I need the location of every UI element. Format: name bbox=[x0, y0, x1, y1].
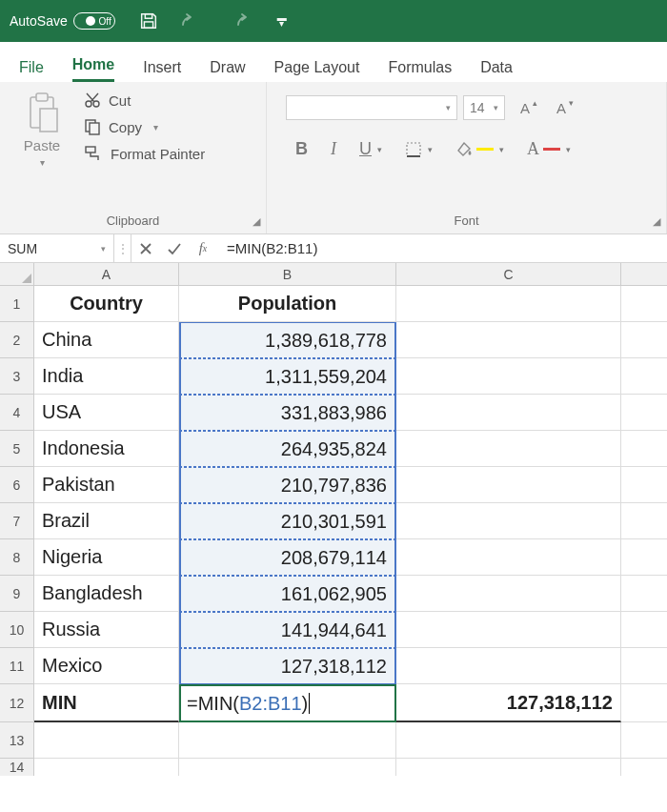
redo-icon[interactable] bbox=[230, 11, 254, 30]
cell[interactable]: 161,062,905 bbox=[179, 576, 396, 612]
row-header[interactable]: 12 bbox=[0, 684, 34, 722]
cell[interactable] bbox=[396, 759, 621, 776]
cell[interactable] bbox=[621, 431, 667, 467]
spreadsheet-grid[interactable]: A B C 1 Country Population 2 China 1,389… bbox=[0, 263, 667, 776]
col-header-D[interactable] bbox=[621, 263, 667, 286]
underline-button[interactable]: U▾ bbox=[359, 139, 382, 159]
cell[interactable]: 127,318,112 bbox=[179, 648, 396, 684]
cell[interactable] bbox=[621, 395, 667, 431]
cell[interactable]: Brazil bbox=[34, 503, 179, 539]
row-header[interactable]: 5 bbox=[0, 431, 34, 467]
row-header[interactable]: 11 bbox=[0, 648, 34, 684]
paste-button[interactable]: Paste ▾ bbox=[11, 91, 72, 168]
format-painter-button[interactable]: Format Painter bbox=[84, 145, 205, 162]
tab-home[interactable]: Home bbox=[72, 56, 114, 82]
row-header[interactable]: 1 bbox=[0, 286, 34, 322]
bold-button[interactable]: B bbox=[295, 139, 308, 159]
font-color-button[interactable]: A ▾ bbox=[527, 139, 571, 159]
cell[interactable] bbox=[396, 576, 621, 612]
row-header[interactable]: 9 bbox=[0, 576, 34, 612]
row-header[interactable]: 6 bbox=[0, 467, 34, 503]
cell[interactable] bbox=[621, 722, 667, 759]
tab-page-layout[interactable]: Page Layout bbox=[274, 59, 360, 82]
col-header-C[interactable]: C bbox=[396, 263, 621, 286]
cell[interactable] bbox=[396, 431, 621, 467]
cell[interactable] bbox=[396, 322, 621, 358]
autosave-switch[interactable]: Off bbox=[73, 12, 115, 30]
border-button[interactable]: ▾ bbox=[405, 141, 433, 158]
row-header[interactable]: 10 bbox=[0, 612, 34, 648]
col-header-A[interactable]: A bbox=[34, 263, 179, 286]
autosave-toggle[interactable]: AutoSave Off bbox=[10, 12, 115, 30]
cut-button[interactable]: Cut bbox=[84, 91, 205, 109]
cell[interactable] bbox=[34, 722, 179, 759]
cell[interactable] bbox=[179, 722, 396, 759]
cell[interactable]: 141,944,641 bbox=[179, 612, 396, 648]
cell[interactable] bbox=[396, 612, 621, 648]
cell[interactable] bbox=[34, 759, 179, 776]
cell[interactable]: Russia bbox=[34, 612, 179, 648]
cell[interactable] bbox=[621, 684, 667, 722]
cell[interactable]: Population bbox=[179, 286, 396, 322]
row-header[interactable]: 4 bbox=[0, 395, 34, 431]
cell[interactable] bbox=[396, 539, 621, 576]
cell[interactable] bbox=[396, 648, 621, 684]
cell[interactable]: Indonesia bbox=[34, 431, 179, 467]
cell[interactable] bbox=[396, 358, 621, 395]
cell[interactable]: Bangladesh bbox=[34, 576, 179, 612]
cancel-formula-button[interactable] bbox=[131, 234, 160, 262]
font-name-select[interactable]: ▾ bbox=[286, 95, 457, 120]
cell[interactable] bbox=[621, 539, 667, 576]
cell[interactable] bbox=[621, 358, 667, 395]
cell[interactable] bbox=[621, 648, 667, 684]
tab-data[interactable]: Data bbox=[480, 59, 513, 82]
namebox-resize[interactable]: ⋮ bbox=[114, 234, 131, 262]
cell[interactable]: 264,935,824 bbox=[179, 431, 396, 467]
cell[interactable] bbox=[621, 576, 667, 612]
cell[interactable]: China bbox=[34, 322, 179, 358]
cell[interactable]: Country bbox=[34, 286, 179, 322]
cell[interactable] bbox=[621, 467, 667, 503]
save-icon[interactable] bbox=[138, 10, 159, 31]
name-box[interactable]: SUM▾ bbox=[0, 234, 114, 262]
cell[interactable]: Pakistan bbox=[34, 467, 179, 503]
cell[interactable] bbox=[179, 759, 396, 776]
tab-insert[interactable]: Insert bbox=[143, 59, 181, 82]
col-header-B[interactable]: B bbox=[179, 263, 396, 286]
increase-font-button[interactable]: A▴ bbox=[520, 100, 530, 116]
fx-icon[interactable]: fx bbox=[189, 234, 217, 262]
tab-file[interactable]: File bbox=[19, 59, 44, 82]
cell[interactable] bbox=[396, 286, 621, 322]
cell[interactable]: 1,311,559,204 bbox=[179, 358, 396, 395]
cell[interactable] bbox=[396, 395, 621, 431]
row-header[interactable]: 2 bbox=[0, 322, 34, 358]
cell[interactable]: 208,679,114 bbox=[179, 539, 396, 576]
copy-button[interactable]: Copy ▾ bbox=[84, 118, 205, 135]
cell[interactable] bbox=[621, 612, 667, 648]
cell[interactable]: 210,797,836 bbox=[179, 467, 396, 503]
qat-customize-icon[interactable]: ▬▾ bbox=[277, 15, 287, 27]
dialog-launcher-icon[interactable]: ◢ bbox=[653, 215, 660, 228]
cell[interactable] bbox=[396, 467, 621, 503]
row-header[interactable]: 14 bbox=[0, 759, 34, 776]
cell[interactable]: 1,389,618,778 bbox=[179, 322, 396, 358]
cell[interactable] bbox=[621, 759, 667, 776]
cell[interactable] bbox=[621, 286, 667, 322]
cell[interactable]: 210,301,591 bbox=[179, 503, 396, 539]
row-header[interactable]: 7 bbox=[0, 503, 34, 539]
font-size-select[interactable]: 14▾ bbox=[463, 95, 505, 120]
row-header[interactable]: 13 bbox=[0, 722, 34, 759]
cell[interactable]: 127,318,112 bbox=[396, 684, 621, 722]
dialog-launcher-icon[interactable]: ◢ bbox=[253, 215, 260, 228]
tab-draw[interactable]: Draw bbox=[210, 59, 245, 82]
fill-color-button[interactable]: ▾ bbox=[455, 141, 504, 158]
cell[interactable]: USA bbox=[34, 395, 179, 431]
cell[interactable]: Nigeria bbox=[34, 539, 179, 576]
cell[interactable]: India bbox=[34, 358, 179, 395]
cell[interactable] bbox=[396, 503, 621, 539]
row-header[interactable]: 8 bbox=[0, 539, 34, 576]
cell[interactable] bbox=[621, 322, 667, 358]
tab-formulas[interactable]: Formulas bbox=[388, 59, 452, 82]
formula-input[interactable]: =MIN(B2:B11) bbox=[217, 234, 667, 262]
cell[interactable]: MIN bbox=[34, 684, 179, 722]
